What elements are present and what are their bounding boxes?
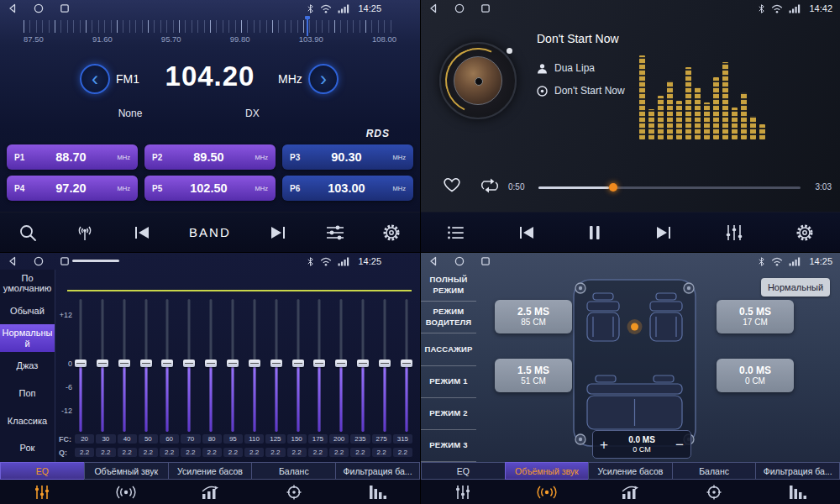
- slider-handle[interactable]: [140, 360, 152, 367]
- band-button[interactable]: BAND: [189, 225, 231, 239]
- slider-handle[interactable]: [118, 360, 130, 367]
- tab-balance-icon[interactable]: [672, 480, 756, 504]
- tab-surround-sound-icon[interactable]: [84, 480, 168, 504]
- settings-gear-icon[interactable]: [795, 223, 814, 242]
- decrease-delay-button[interactable]: −: [669, 437, 690, 453]
- tab-bass-boost-icon[interactable]: [589, 480, 673, 504]
- home-icon[interactable]: [34, 3, 44, 13]
- slider-handle[interactable]: [292, 360, 304, 367]
- preset-p6-button[interactable]: P6 103.00 MHz: [282, 176, 413, 201]
- eq-band-slider[interactable]: [182, 299, 196, 432]
- sound-mode-item[interactable]: РЕЖИМ 3: [421, 430, 476, 462]
- eq-preset-item[interactable]: Обычай: [0, 297, 55, 325]
- recents-icon[interactable]: [480, 3, 491, 13]
- back-icon[interactable]: [8, 256, 18, 266]
- previous-track-icon[interactable]: [517, 225, 536, 240]
- eq-preset-item[interactable]: Нормальный: [0, 324, 55, 352]
- tune-up-button[interactable]: ›: [308, 64, 339, 94]
- home-icon[interactable]: [454, 3, 465, 13]
- slider-handle[interactable]: [335, 360, 347, 367]
- tab-bass-boost-icon[interactable]: [168, 480, 252, 504]
- tune-down-button[interactable]: ‹: [80, 64, 110, 94]
- equalizer-sliders-icon[interactable]: [725, 224, 743, 241]
- rear-left-delay-button[interactable]: 1.5 MS 51 CM: [495, 359, 572, 392]
- slider-handle[interactable]: [379, 360, 391, 367]
- eq-preset-item[interactable]: Рок: [0, 434, 55, 462]
- preset-p2-button[interactable]: P2 89.50 MHz: [144, 144, 276, 170]
- slider-handle[interactable]: [270, 360, 282, 367]
- slider-handle[interactable]: [401, 360, 412, 367]
- tab-filter[interactable]: Фильтрация ба...: [755, 462, 840, 480]
- home-icon[interactable]: [454, 256, 465, 266]
- eq-preset-item[interactable]: По умолчанию: [0, 270, 55, 297]
- settings-gear-icon[interactable]: [382, 223, 401, 242]
- eq-band-slider[interactable]: [226, 299, 239, 432]
- increase-delay-button[interactable]: +: [593, 437, 615, 453]
- back-icon[interactable]: [428, 3, 438, 13]
- eq-preset-item[interactable]: Классика: [0, 407, 55, 435]
- eq-band-slider[interactable]: [160, 299, 174, 432]
- next-track-icon[interactable]: [654, 225, 673, 240]
- eq-band-slider[interactable]: [118, 299, 131, 432]
- tab-balance-icon[interactable]: [252, 480, 336, 504]
- preset-p3-button[interactable]: P3 90.30 MHz: [282, 144, 413, 170]
- next-station-icon[interactable]: [269, 225, 287, 240]
- recents-icon[interactable]: [60, 3, 70, 13]
- tab-eq-icon[interactable]: [0, 480, 84, 504]
- eq-band-slider[interactable]: [96, 299, 109, 432]
- slider-handle[interactable]: [75, 360, 87, 367]
- slider-handle[interactable]: [313, 360, 325, 367]
- repeat-icon[interactable]: [480, 178, 500, 197]
- tab-eq[interactable]: EQ: [421, 462, 505, 480]
- tab-eq[interactable]: EQ: [0, 462, 84, 480]
- eq-band-slider[interactable]: [378, 299, 391, 432]
- tab-surround-sound[interactable]: Объёмный звук: [84, 462, 168, 480]
- slider-handle[interactable]: [249, 360, 260, 367]
- favorite-heart-icon[interactable]: [443, 176, 461, 197]
- slider-handle[interactable]: [183, 360, 195, 367]
- sound-mode-item[interactable]: РЕЖИМ ВОДИТЕЛЯ: [421, 302, 476, 333]
- tab-filter[interactable]: Фильтрация ба...: [335, 462, 420, 480]
- slider-handle[interactable]: [357, 360, 369, 367]
- sound-mode-item[interactable]: РЕЖИМ 1: [421, 366, 476, 398]
- tab-surround-sound-icon[interactable]: [505, 480, 589, 504]
- sound-mode-item[interactable]: РЕЖИМ 2: [421, 398, 476, 430]
- home-icon[interactable]: [34, 256, 44, 266]
- back-icon[interactable]: [8, 3, 18, 13]
- eq-band-slider[interactable]: [139, 299, 153, 432]
- audio-adjust-icon[interactable]: [325, 224, 345, 241]
- preset-p5-button[interactable]: P5 102.50 MHz: [144, 176, 276, 201]
- recents-icon[interactable]: [480, 256, 491, 266]
- slider-handle[interactable]: [97, 360, 108, 367]
- back-icon[interactable]: [428, 256, 438, 266]
- eq-band-slider[interactable]: [204, 299, 218, 432]
- tab-bass-boost[interactable]: Усиление басов: [588, 462, 672, 480]
- frequency-scale[interactable]: 87.50 91.60 95.70 99.80 103.90 108.00: [24, 20, 396, 49]
- field-preset-button[interactable]: Нормальный: [761, 278, 830, 297]
- eq-band-slider[interactable]: [312, 299, 326, 432]
- front-right-delay-button[interactable]: 0.5 MS 17 CM: [717, 300, 794, 333]
- rear-right-delay-button[interactable]: 0.0 MS 0 CM: [717, 359, 794, 392]
- slider-handle[interactable]: [227, 360, 239, 367]
- broadcast-icon[interactable]: [75, 223, 95, 242]
- slider-handle[interactable]: [161, 360, 173, 367]
- eq-band-slider[interactable]: [400, 299, 413, 432]
- tab-filter-icon[interactable]: [756, 480, 840, 504]
- previous-station-icon[interactable]: [133, 225, 151, 240]
- progress-bar[interactable]: [538, 186, 801, 189]
- sound-mode-item[interactable]: ПАССАЖИР: [421, 333, 476, 365]
- tab-surround-sound[interactable]: Объёмный звук: [505, 462, 589, 480]
- sound-mode-item[interactable]: ПОЛНЫЙ РЕЖИМ: [421, 270, 476, 302]
- eq-band-slider[interactable]: [270, 299, 283, 432]
- eq-band-slider[interactable]: [248, 299, 261, 432]
- preset-p4-button[interactable]: P4 97.20 MHz: [7, 176, 138, 201]
- slider-handle[interactable]: [205, 360, 217, 367]
- tab-eq-icon[interactable]: [421, 480, 505, 504]
- tab-balance[interactable]: Баланс: [251, 462, 335, 480]
- eq-band-slider[interactable]: [356, 299, 370, 432]
- tab-balance[interactable]: Баланс: [672, 462, 756, 480]
- eq-preset-item[interactable]: Поп: [0, 380, 55, 407]
- eq-band-slider[interactable]: [74, 299, 87, 432]
- progress-knob[interactable]: [609, 183, 617, 192]
- tab-filter-icon[interactable]: [336, 480, 420, 504]
